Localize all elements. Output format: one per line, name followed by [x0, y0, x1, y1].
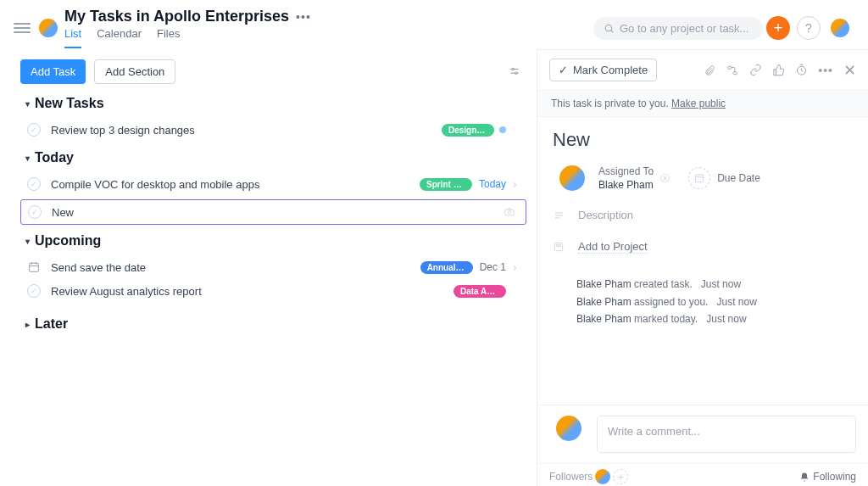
caret-down-icon: ▾ — [25, 237, 30, 246]
task-row[interactable]: ✓ Compile VOC for desktop and mobile app… — [20, 172, 537, 196]
timer-icon[interactable] — [795, 64, 808, 76]
milestone-icon — [27, 260, 41, 274]
user-avatar[interactable] — [831, 19, 849, 37]
workspace-avatar[interactable] — [39, 19, 58, 37]
caret-down-icon: ▾ — [25, 99, 30, 109]
complete-toggle[interactable]: ✓ — [27, 123, 41, 137]
svg-point-7 — [508, 211, 511, 215]
like-icon[interactable] — [772, 64, 785, 76]
task-row[interactable]: Send save the date Annual c… Dec 1 › — [20, 255, 537, 279]
due-date: Dec 1 — [480, 261, 506, 273]
svg-rect-15 — [695, 175, 703, 182]
task-name: Send save the date — [51, 261, 415, 274]
mark-complete-button[interactable]: ✓ Mark Complete — [549, 59, 657, 81]
tab-list[interactable]: List — [64, 27, 81, 48]
search-icon — [604, 23, 615, 34]
calendar-icon — [688, 167, 710, 189]
svg-rect-20 — [554, 243, 562, 251]
link-icon[interactable] — [749, 64, 762, 76]
title-more-icon[interactable]: ••• — [296, 10, 311, 24]
chevron-right-icon: › — [513, 177, 521, 191]
caret-down-icon: ▾ — [25, 154, 30, 163]
add-to-project-field[interactable]: Add to Project — [553, 240, 853, 254]
complete-toggle[interactable]: ✓ — [27, 177, 41, 191]
tab-files[interactable]: Files — [157, 27, 180, 48]
privacy-notice: This task is private to you. Make public — [537, 91, 868, 117]
project-pill[interactable]: Data Ana… — [453, 285, 506, 298]
section-later[interactable]: ▸ Later — [25, 316, 537, 332]
complete-toggle[interactable]: ✓ — [28, 205, 42, 219]
global-add-button[interactable]: + — [766, 16, 790, 40]
close-icon[interactable]: ✕ — [843, 61, 856, 80]
task-name: Compile VOC for desktop and mobile apps — [51, 178, 415, 191]
new-task-input[interactable] — [52, 206, 502, 219]
tab-calendar[interactable]: Calendar — [97, 27, 142, 48]
caret-right-icon: ▸ — [25, 320, 30, 329]
task-name: Review August analytics report — [51, 285, 448, 298]
attachment-icon[interactable] — [502, 206, 517, 218]
global-search[interactable]: Go to any project or task... — [593, 17, 763, 40]
task-detail-title[interactable]: New — [553, 129, 853, 151]
section-today[interactable]: ▾ Today — [25, 150, 537, 165]
project-icon — [553, 241, 566, 253]
add-task-button[interactable]: Add Task — [20, 59, 86, 84]
more-icon[interactable]: ••• — [818, 64, 833, 77]
followers-label: Followers — [549, 471, 593, 483]
add-follower-button[interactable]: + — [613, 469, 628, 484]
project-pill[interactable]: Annual c… — [420, 261, 473, 274]
svg-point-3 — [512, 68, 514, 70]
status-dot — [499, 126, 506, 133]
make-public-link[interactable]: Make public — [671, 98, 726, 109]
section-new-tasks[interactable]: ▾ New Tasks — [25, 96, 537, 111]
clear-assignee-icon[interactable]: ⓧ — [660, 172, 670, 185]
due-date: Today — [479, 178, 506, 190]
svg-line-1 — [611, 30, 613, 31]
comment-input[interactable]: Write a comment... — [597, 416, 856, 453]
svg-rect-8 — [30, 263, 39, 271]
filter-icon[interactable] — [508, 66, 521, 78]
assignee-avatar — [559, 165, 585, 191]
svg-rect-12 — [728, 66, 732, 69]
svg-rect-6 — [505, 209, 515, 215]
task-row-editing[interactable]: ✓ — [20, 199, 526, 225]
svg-point-5 — [515, 72, 517, 74]
task-row[interactable]: ✓ Review top 3 design changes Design w… — [20, 118, 537, 142]
check-icon: ✓ — [559, 64, 568, 76]
search-placeholder: Go to any project or task... — [620, 22, 748, 35]
due-date-field[interactable]: Due Date — [688, 167, 760, 189]
description-field[interactable]: Description — [553, 209, 853, 221]
task-row[interactable]: ✓ Review August analytics report Data An… — [20, 279, 537, 303]
help-button[interactable]: ? — [797, 16, 821, 40]
page-title: My Tasks in Apollo Enterprises — [64, 8, 289, 25]
activity-log: Blake Pham created task. Just now Blake … — [576, 276, 853, 327]
task-name: Review top 3 design changes — [51, 124, 437, 137]
following-label[interactable]: Following — [813, 471, 856, 483]
comment-avatar — [556, 416, 581, 441]
description-icon — [553, 210, 566, 221]
menu-icon[interactable] — [12, 18, 32, 38]
project-pill[interactable]: Sprint pl… — [420, 178, 472, 191]
attachment-icon[interactable] — [704, 64, 715, 77]
project-pill[interactable]: Design w… — [442, 124, 494, 137]
subtask-icon[interactable] — [726, 64, 739, 76]
svg-rect-13 — [733, 71, 737, 74]
chevron-right-icon: › — [513, 260, 521, 274]
svg-rect-21 — [557, 245, 561, 247]
follower-avatar[interactable] — [595, 469, 610, 484]
add-section-button[interactable]: Add Section — [94, 59, 175, 84]
complete-toggle[interactable]: ✓ — [27, 284, 41, 298]
bell-icon — [799, 472, 810, 483]
assignee-field[interactable]: Assigned To Blake Pham ⓧ — [553, 165, 670, 192]
section-upcoming[interactable]: ▾ Upcoming — [25, 233, 537, 249]
svg-point-0 — [605, 25, 612, 31]
